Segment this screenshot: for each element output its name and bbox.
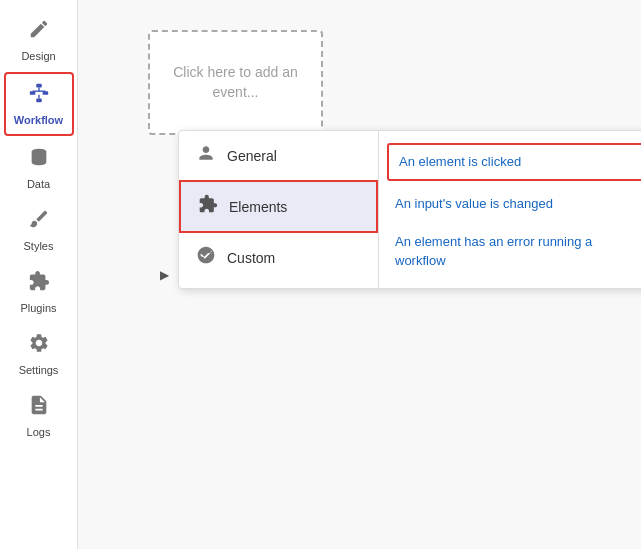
main-content: Click here to add an event... ▶ General xyxy=(78,0,641,549)
sidebar: Design Workflow Data xyxy=(0,0,78,549)
svg-point-9 xyxy=(201,250,204,253)
sidebar-item-workflow[interactable]: Workflow xyxy=(4,72,74,136)
dropdown-event-input-changed-label: An input's value is changed xyxy=(395,196,553,211)
logs-icon xyxy=(28,394,50,422)
dropdown-category-elements-label: Elements xyxy=(229,199,287,215)
dropdown-event-error[interactable]: An element has an error running a workfl… xyxy=(379,223,641,279)
sidebar-item-design-label: Design xyxy=(21,50,55,62)
event-add-box[interactable]: Click here to add an event... xyxy=(148,30,323,135)
sidebar-item-design[interactable]: Design xyxy=(4,10,74,70)
workflow-icon xyxy=(28,82,50,110)
svg-point-11 xyxy=(201,257,204,260)
sidebar-item-plugins[interactable]: Plugins xyxy=(4,262,74,322)
dropdown-event-input-changed[interactable]: An input's value is changed xyxy=(379,185,641,223)
dropdown-event-clicked-label: An element is clicked xyxy=(399,154,521,169)
design-icon xyxy=(28,18,50,46)
event-dropdown: General Elements xyxy=(178,130,641,289)
dropdown-category-custom[interactable]: Custom xyxy=(179,233,378,282)
sidebar-item-plugins-label: Plugins xyxy=(20,302,56,314)
dropdown-categories: General Elements xyxy=(179,131,379,288)
sidebar-item-styles-label: Styles xyxy=(24,240,54,252)
svg-point-12 xyxy=(208,257,211,260)
settings-icon xyxy=(28,332,50,360)
puzzle-icon xyxy=(197,194,219,219)
sidebar-item-workflow-label: Workflow xyxy=(14,114,63,126)
sidebar-item-logs[interactable]: Logs xyxy=(4,386,74,446)
expand-arrow[interactable]: ▶ xyxy=(160,268,169,282)
sidebar-item-styles[interactable]: Styles xyxy=(4,200,74,260)
sidebar-item-settings[interactable]: Settings xyxy=(4,324,74,384)
dropdown-category-general-label: General xyxy=(227,148,277,164)
svg-point-10 xyxy=(208,250,211,253)
sidebar-item-data-label: Data xyxy=(27,178,50,190)
plugins-icon xyxy=(28,270,50,298)
styles-icon xyxy=(28,208,50,236)
dropdown-event-error-label: An element has an error running a workfl… xyxy=(395,234,592,267)
custom-icon xyxy=(195,245,217,270)
dropdown-event-clicked[interactable]: An element is clicked xyxy=(387,143,641,181)
dropdown-category-elements[interactable]: Elements xyxy=(179,180,378,233)
dropdown-category-general[interactable]: General xyxy=(179,131,378,180)
sidebar-item-data[interactable]: Data xyxy=(4,138,74,198)
data-icon xyxy=(28,146,50,174)
dropdown-category-custom-label: Custom xyxy=(227,250,275,266)
event-add-text: Click here to add an event... xyxy=(150,63,321,102)
sidebar-item-settings-label: Settings xyxy=(19,364,59,376)
svg-rect-0 xyxy=(36,84,42,88)
dropdown-events: An element is clicked An input's value i… xyxy=(379,131,641,288)
sidebar-item-logs-label: Logs xyxy=(27,426,51,438)
svg-rect-3 xyxy=(36,99,42,103)
person-icon xyxy=(195,143,217,168)
